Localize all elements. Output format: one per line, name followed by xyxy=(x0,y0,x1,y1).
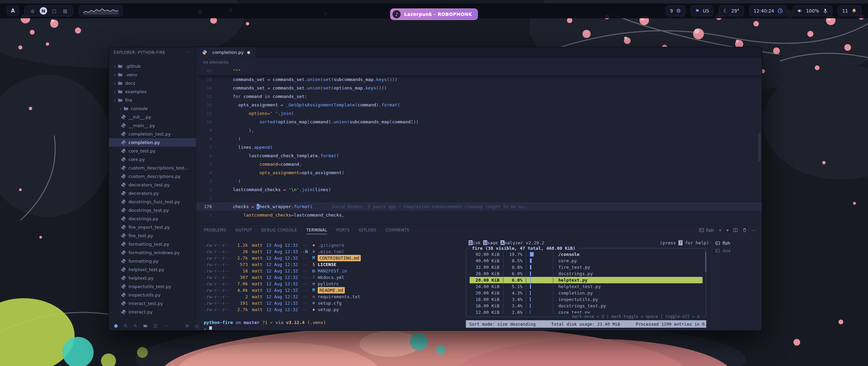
dua-row-core-py[interactable]: 40.00 KiB│8.5%││core.py xyxy=(470,258,703,264)
media-player-widget[interactable]: ♪ Lazerpunk - ROBOPHONK xyxy=(390,8,478,20)
tree-item-inspectutils-test-py[interactable]: inspectutils_test.py xyxy=(109,282,196,291)
folder-icon[interactable] xyxy=(143,324,147,328)
tab-completion-py[interactable]: completion.py ● xyxy=(196,47,256,58)
panel-tab-terminal[interactable]: TERMINAL xyxy=(306,226,327,234)
settings-gear-icon[interactable]: ⚙ xyxy=(185,323,189,328)
terminal-session-fish[interactable]: fish xyxy=(712,239,759,247)
workspace-terminal[interactable]: □ xyxy=(51,7,58,15)
audio-widget[interactable]: 100% xyxy=(793,5,832,16)
code-line[interactable]: 12 opts_assignment = _GetOptsAssignmentT… xyxy=(196,101,762,109)
clock-widget[interactable]: 12:40:24 xyxy=(749,5,788,16)
dua-row-completion-py[interactable]: 20.00 KiB│4.3%││completion.py xyxy=(470,290,703,296)
tree-item-inspectutils-py[interactable]: inspectutils.py xyxy=(109,291,196,299)
tree-item-interact-py[interactable]: interact.py xyxy=(109,308,196,316)
launcher-button[interactable]: A xyxy=(7,6,19,16)
tree-item-formatting-windows-py[interactable]: formatting_windows.py xyxy=(109,248,196,257)
dua-row-inspectutils-py[interactable]: 16.00 KiB│3.4%││inspectutils.py xyxy=(470,296,703,303)
panel-tab-output[interactable]: OUTPUT xyxy=(235,226,252,234)
tree-item-core-test-py[interactable]: core_test.py xyxy=(109,147,196,155)
code-line[interactable]: 8 ) xyxy=(196,135,762,143)
dua-scrollbar[interactable] xyxy=(705,252,706,272)
explorer-more-icon[interactable]: ··· xyxy=(186,50,191,55)
tree-item-helptext-py[interactable]: helptext.py xyxy=(109,274,196,282)
updates-widget[interactable]: 9 ⚙ xyxy=(666,5,685,16)
dua-row-console[interactable]: 92.00 KiB│19.7%││/console xyxy=(470,251,703,258)
notifications-widget[interactable]: 11 xyxy=(838,5,861,16)
kill-terminal-button[interactable] xyxy=(742,228,747,232)
code-editor[interactable]: 47 """15 commands_set = commands_set.uni… xyxy=(196,67,762,224)
tree-item-github[interactable]: ›.github xyxy=(109,62,196,70)
tree-item-docs[interactable]: ›docs xyxy=(109,79,196,87)
panel-tab-comments[interactable]: COMMENTS xyxy=(386,226,409,234)
editor-scrollbar[interactable] xyxy=(758,67,761,224)
weather-widget[interactable]: ☾ 29° xyxy=(719,5,744,16)
tree-item-main-py[interactable]: __main__.py xyxy=(109,121,196,130)
code-line[interactable]: 4 opts_assignment=opts_assignment) xyxy=(196,168,762,177)
tree-item-completion-py[interactable]: completion.py xyxy=(109,138,196,147)
terminal-profile[interactable]: fish xyxy=(699,228,714,233)
tree-item-completion-test-py[interactable]: completion_test.py xyxy=(109,130,196,138)
code-line[interactable]: 176 checks = check_wrapper.format(David … xyxy=(196,202,762,211)
dua-row-helptext-test-py[interactable]: 24.00 KiB│5.1%││helptext_test.py xyxy=(470,283,703,290)
tree-item-core-py[interactable]: core.py xyxy=(109,155,196,164)
workspace-files[interactable]: ▤ xyxy=(61,7,69,15)
dua-disk-analyzer[interactable]: Disk Usage Analyzer v2.29.2 (press ? for… xyxy=(466,239,712,328)
workspace-code[interactable]: N xyxy=(40,7,47,15)
split-terminal-button[interactable] xyxy=(733,228,738,232)
keyboard-layout-widget[interactable]: ⚑ US xyxy=(691,5,713,16)
code-line[interactable]: 47 """ xyxy=(196,67,762,75)
tree-item-fire[interactable]: ›fire xyxy=(109,96,196,104)
breadcrumb[interactable]: no elements xyxy=(196,58,762,67)
tree-item-fire-test-py[interactable]: fire_test.py xyxy=(109,231,196,240)
code-line[interactable]: 5 command=command, xyxy=(196,160,762,168)
panel-tab-ports[interactable]: PORTS xyxy=(336,226,350,234)
tree-item-interact-test-py[interactable]: interact_test.py xyxy=(109,299,196,308)
dua-row-fire-test-py[interactable]: 32.00 KiB│6.8%││fire_test.py xyxy=(470,264,703,270)
terminal-fish[interactable]: .rw-r--r--1.2kmatt12 Aug 12:32--◆.gitign… xyxy=(204,242,465,330)
code-line[interactable]: 1 xyxy=(196,194,762,202)
code-line[interactable]: 1 lastcommand_checks=lastcommand_checks, xyxy=(196,211,762,219)
panel-more-icon[interactable]: ⋯ xyxy=(751,228,756,233)
workspace-browser[interactable]: ◎ xyxy=(29,7,36,15)
system-graph-widget[interactable] xyxy=(79,5,123,16)
sync-icon[interactable] xyxy=(153,324,158,328)
new-terminal-button[interactable]: + xyxy=(718,228,722,233)
code-line[interactable]: 9 ), xyxy=(196,126,762,135)
tree-item-console[interactable]: ›console xyxy=(109,104,196,113)
tree-item-decorators-test-py[interactable]: decorators_test.py xyxy=(109,181,196,189)
shell-input-line[interactable]: › xyxy=(204,326,465,330)
tree-item-formatting-py[interactable]: formatting.py xyxy=(109,257,196,265)
tree-item-fire-import-test-py[interactable]: fire_import_test.py xyxy=(109,223,196,231)
code-line[interactable]: 6 lastcommand_check_template.format( xyxy=(196,151,762,160)
code-line[interactable]: 15 commands_set = commands_set.union(set… xyxy=(196,75,762,84)
more-icon[interactable]: ⋯ xyxy=(163,323,168,328)
tree-item-docstrings-test-py[interactable]: docstrings_test.py xyxy=(109,206,196,215)
tree-item-venv[interactable]: ›.venv xyxy=(109,70,196,79)
tree-item-docstrings-py[interactable]: docstrings.py xyxy=(109,215,196,223)
tree-item-decorators-py[interactable]: decorators.py xyxy=(109,189,196,198)
remote-indicator[interactable] xyxy=(114,324,118,328)
code-line[interactable]: 11 options=' '.join( xyxy=(196,109,762,118)
code-line[interactable]: 14 commands_set = commands_set.union(set… xyxy=(196,84,762,92)
dua-row-docstrings-test-py[interactable]: 16.00 KiB│3.4%││docstrings_test.py xyxy=(470,303,703,309)
terminal-dropdown-chevron-icon[interactable]: ▾ xyxy=(726,228,729,233)
code-line[interactable]: 2 lastcommand_checks = '\n'.join(lines) xyxy=(196,185,762,194)
tree-item-examples[interactable]: ›examples xyxy=(109,87,196,96)
tree-item-custom-descriptions-test[interactable]: custom_descriptions_test... xyxy=(109,164,196,172)
tree-item-custom-descriptions-py[interactable]: custom_descriptions.py xyxy=(109,172,196,181)
dua-row-docstrings-py[interactable]: 28.00 KiB│6.0%││docstrings.py xyxy=(470,270,703,277)
tree-item-helptext-test-py[interactable]: helptext_test.py xyxy=(109,265,196,274)
tree-item-formatting-test-py[interactable]: formatting_test.py xyxy=(109,240,196,248)
terminal-session-dua[interactable]: dua xyxy=(712,247,759,254)
dua-row-core-test-py[interactable]: 12.00 KiB│2.6%││core_test.py xyxy=(470,309,703,314)
tree-item-docstrings-fuzz-test-py[interactable]: docstrings_fuzz_test.py xyxy=(109,198,196,206)
dua-row-helptext-py[interactable]: 28.00 KiB│6.0%││helptext.py xyxy=(470,277,703,283)
panel-tab-gitlens[interactable]: GITLENS xyxy=(359,226,376,234)
panel-tab-problems[interactable]: PROBLEMS xyxy=(204,226,226,234)
record-icon[interactable]: ◎ xyxy=(195,323,199,328)
edit-icon[interactable]: ✎ xyxy=(134,323,137,328)
panel-tab-debug-console[interactable]: DEBUG CONSOLE xyxy=(261,226,297,234)
code-line[interactable]: 7 lines.append( xyxy=(196,143,762,151)
code-line[interactable]: 13 for command in commands_set: xyxy=(196,92,762,101)
code-line[interactable]: 3 ) xyxy=(196,177,762,185)
